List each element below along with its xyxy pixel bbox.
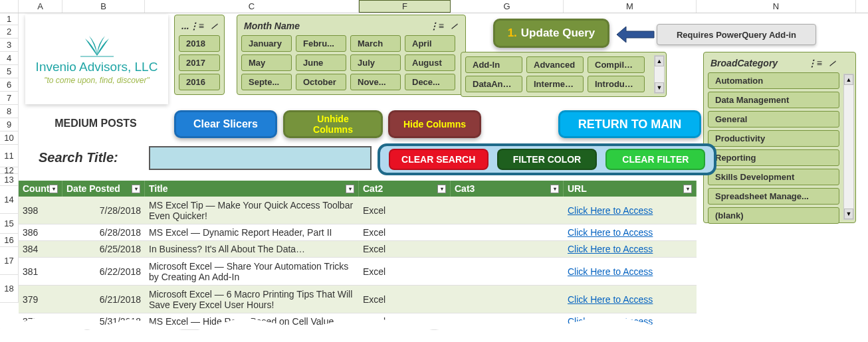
th-cat3[interactable]: Cat3▾ bbox=[451, 181, 564, 197]
th-count[interactable]: Count▾ bbox=[19, 181, 62, 197]
clear-filter-icon[interactable]: ⟋ bbox=[209, 21, 219, 31]
access-link[interactable]: Click Here to Access bbox=[568, 227, 653, 238]
slicer-item-2017[interactable]: 2017 bbox=[179, 54, 220, 71]
slicer-item-nov[interactable]: Nove... bbox=[350, 74, 401, 90]
multiselect-icon[interactable]: ⋮≡ bbox=[429, 21, 444, 31]
table-row[interactable]: 3816/22/2018Microsoft Excel — Share Your… bbox=[19, 258, 697, 286]
tags-slicer[interactable]: Add-In Advanced Compilat... DataAnal... … bbox=[461, 52, 667, 97]
cell-cat2[interactable]: Excel bbox=[359, 258, 451, 285]
row-header-14[interactable]: 14 bbox=[0, 186, 19, 214]
slicer-item-addin[interactable]: Add-In bbox=[465, 56, 522, 73]
slicer-item-apr[interactable]: April bbox=[405, 35, 455, 52]
slicer-item-jul[interactable]: July bbox=[350, 54, 401, 71]
cell-date[interactable]: 7/28/2018 bbox=[62, 197, 145, 224]
cell-url[interactable]: Click Here to Access bbox=[564, 197, 697, 224]
cell-date[interactable]: 6/25/2018 bbox=[62, 241, 145, 257]
cell-cat3[interactable] bbox=[451, 241, 564, 257]
slicer-item-datamgmt[interactable]: Data Management bbox=[708, 92, 839, 108]
clear-filter-icon[interactable]: ⟋ bbox=[827, 58, 837, 68]
col-header-a[interactable]: A bbox=[19, 0, 62, 13]
slicer-item-general[interactable]: General bbox=[708, 111, 839, 128]
th-date[interactable]: Date Posted▾ bbox=[62, 181, 145, 197]
cell-title[interactable]: Microsoft Excel — Share Your Automation … bbox=[145, 258, 359, 285]
scroll-up-icon[interactable]: ▲ bbox=[655, 56, 664, 66]
cell-cat3[interactable] bbox=[451, 258, 564, 285]
slicer-item-blank[interactable]: (blank) bbox=[708, 207, 839, 224]
clear-filter-button[interactable]: CLEAR FILTER bbox=[605, 149, 705, 170]
scroll-down-icon[interactable]: ▼ bbox=[844, 209, 853, 219]
row-header-15[interactable]: 15 bbox=[0, 214, 19, 234]
slicer-item-intermed[interactable]: Intermed... bbox=[526, 76, 584, 92]
slicer-item-jan[interactable]: January bbox=[241, 35, 292, 52]
access-link[interactable]: Click Here to Access bbox=[568, 244, 653, 254]
cell-count[interactable]: 398 bbox=[19, 197, 62, 224]
cell-url[interactable]: Click Here to Access bbox=[564, 286, 697, 313]
clear-search-button[interactable]: CLEAR SEARCH bbox=[389, 149, 488, 170]
access-link[interactable]: Click Here to Access bbox=[568, 266, 653, 277]
col-header-c[interactable]: C bbox=[145, 0, 359, 13]
filter-dropdown-icon[interactable]: ▾ bbox=[132, 185, 140, 193]
col-header-f[interactable]: F bbox=[359, 0, 451, 13]
cell-title[interactable]: Microsoft Excel — 6 Macro Printing Tips … bbox=[145, 286, 359, 313]
row-header-1[interactable]: 1 bbox=[0, 13, 19, 25]
cell-cat3[interactable] bbox=[451, 197, 564, 224]
row-header-11[interactable]: 11 bbox=[0, 145, 19, 167]
slicer-item-oct[interactable]: October bbox=[296, 74, 346, 90]
col-header-g[interactable]: G bbox=[451, 0, 564, 13]
filter-color-button[interactable]: FILTER COLOR bbox=[497, 149, 597, 170]
tags-scrollbar[interactable]: ▲ ▼ bbox=[654, 55, 665, 94]
col-header-m[interactable]: M bbox=[564, 0, 697, 13]
year-slicer[interactable]: ... ⋮≡ ⟋ 2018 2017 2016 bbox=[174, 15, 225, 95]
cell-count[interactable]: 384 bbox=[19, 241, 62, 257]
cell-cat2[interactable]: Excel bbox=[359, 241, 451, 257]
cell-url[interactable]: Click Here to Access bbox=[564, 241, 697, 257]
row-header-8[interactable]: 8 bbox=[0, 105, 19, 118]
slicer-item-compilat[interactable]: Compilat... bbox=[588, 56, 645, 73]
corner-cell[interactable] bbox=[0, 0, 19, 13]
cell-title[interactable]: MS Excel — Dynamic Report Header, Part I… bbox=[145, 224, 359, 240]
row-header-6[interactable]: 6 bbox=[0, 78, 19, 92]
access-link[interactable]: Click Here to Access bbox=[568, 205, 653, 216]
filter-dropdown-icon[interactable]: ▾ bbox=[437, 185, 446, 193]
table-row[interactable]: 3987/28/2018MS Excel Tip — Make Your Qui… bbox=[19, 197, 697, 224]
slicer-item-dataanal[interactable]: DataAnal... bbox=[465, 76, 522, 92]
slicer-item-2016[interactable]: 2016 bbox=[179, 74, 220, 90]
slicer-item-sep[interactable]: Septe... bbox=[241, 74, 292, 90]
multiselect-icon[interactable]: ⋮≡ bbox=[189, 21, 204, 31]
table-row[interactable]: 3796/21/2018Microsoft Excel — 6 Macro Pr… bbox=[19, 286, 697, 313]
slicer-item-2018[interactable]: 2018 bbox=[179, 35, 220, 52]
cell-date[interactable]: 6/22/2018 bbox=[62, 258, 145, 285]
cell-count[interactable]: 381 bbox=[19, 258, 62, 285]
cell-url[interactable]: Click Here to Access bbox=[564, 258, 697, 285]
access-link[interactable]: Click Here to Access bbox=[568, 294, 653, 305]
cell-date[interactable]: 6/28/2018 bbox=[62, 224, 145, 240]
col-header-n[interactable]: N bbox=[697, 0, 856, 13]
multiselect-icon[interactable]: ⋮≡ bbox=[808, 58, 822, 68]
row-header-13[interactable]: 13 bbox=[0, 174, 19, 186]
slicer-item-may[interactable]: May bbox=[241, 54, 292, 71]
table-row[interactable]: 3846/25/2018In Business? It's All About … bbox=[19, 241, 697, 258]
clear-filter-icon[interactable]: ⟋ bbox=[449, 21, 459, 31]
cell-count[interactable]: 386 bbox=[19, 224, 62, 240]
table-row[interactable]: 3866/28/2018MS Excel — Dynamic Report He… bbox=[19, 224, 697, 241]
cell-title[interactable]: MS Excel Tip — Make Your Quick Access To… bbox=[145, 197, 359, 224]
th-cat2[interactable]: Cat2▾ bbox=[359, 181, 451, 197]
slicer-item-reporting[interactable]: Reporting bbox=[708, 149, 839, 166]
search-input[interactable] bbox=[149, 146, 372, 170]
slicer-item-dec[interactable]: Dece... bbox=[405, 74, 455, 90]
col-header-b[interactable]: B bbox=[62, 0, 145, 13]
scroll-down-icon[interactable]: ▼ bbox=[655, 82, 664, 93]
slicer-item-spreadsheet[interactable]: Spreadsheet Manage... bbox=[708, 188, 839, 205]
scroll-up-icon[interactable]: ▲ bbox=[844, 74, 853, 85]
slicer-item-feb[interactable]: Febru... bbox=[296, 35, 346, 52]
cell-cat2[interactable]: Excel bbox=[359, 224, 451, 240]
th-url[interactable]: URL▾ bbox=[564, 181, 697, 197]
category-slicer[interactable]: BroadCategory ⋮≡ ⟋ Automation Data Manag… bbox=[703, 52, 856, 223]
clear-slicers-button[interactable]: Clear Slicers bbox=[174, 110, 277, 138]
unhide-columns-button[interactable]: Unhide Columns bbox=[283, 110, 383, 138]
row-header-17[interactable]: 17 bbox=[0, 247, 19, 275]
filter-dropdown-icon[interactable]: ▾ bbox=[49, 185, 58, 193]
hide-columns-button[interactable]: Hide Columns bbox=[388, 110, 481, 138]
slicer-item-jun[interactable]: June bbox=[296, 54, 346, 71]
filter-dropdown-icon[interactable]: ▾ bbox=[683, 185, 692, 193]
